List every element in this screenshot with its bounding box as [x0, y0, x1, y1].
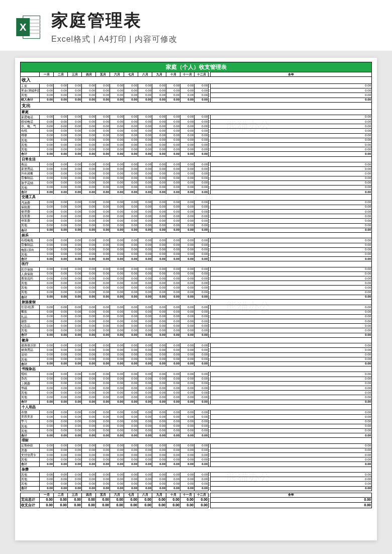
row-label: 其他	[21, 395, 40, 400]
row-label: 其他	[21, 286, 40, 290]
group-subtotal: 合计	[21, 152, 40, 156]
row-label: 水、电、气	[21, 124, 40, 129]
row-label: 支付信用卡	[21, 453, 40, 457]
header-text: 家庭管理表 Excel格式 | A4打印 | 内容可修改	[51, 9, 377, 45]
footer-month-12: 十二月	[194, 493, 209, 497]
footer-month-10: 十月	[166, 493, 180, 497]
row-label: 其他	[21, 477, 40, 482]
row-label: 餐饮	[21, 310, 40, 314]
preview-area: 熊猫办公 熊猫办公 熊猫办公 熊猫办公 熊猫办公 熊猫办公 家庭（个人）收支管理…	[0, 51, 392, 554]
row-label: 其他	[21, 473, 40, 477]
group-subtotal: 合计	[21, 400, 40, 404]
row-label: 人身保险	[21, 271, 40, 276]
row-label: 住宿/机票	[21, 305, 40, 310]
row-label: 其他	[21, 391, 40, 395]
row-label: 定期存款	[21, 443, 40, 448]
row-label: 其他	[21, 93, 40, 98]
group-杂费: 杂费	[21, 467, 372, 472]
col-month-4: 四月	[82, 72, 96, 77]
group-书报杂志: 书报杂志	[21, 366, 372, 372]
row-label: 医疗保险	[21, 267, 40, 271]
row-label: 工资	[21, 83, 40, 88]
col-month-8: 八月	[138, 72, 152, 77]
row-label: 移动电话	[21, 120, 40, 124]
row-label: 看病花药	[21, 276, 40, 281]
row-label: 孩子花销	[21, 180, 40, 185]
group-subtotal: 合计	[21, 228, 40, 232]
section-income: 收入	[21, 77, 372, 84]
col-month-5: 五月	[96, 72, 110, 77]
col-month-6: 六月	[110, 72, 124, 77]
footer-month-7: 七月	[124, 493, 138, 497]
group-交通工具: 交通工具	[21, 195, 372, 200]
group-日常生活: 日常生活	[21, 156, 372, 162]
row-label: 家庭电话	[21, 115, 40, 119]
row-label: 其他	[21, 252, 40, 256]
row-label: 修理费	[21, 210, 40, 214]
group-subtotal: 合计	[21, 462, 40, 467]
row-label: 礼品	[21, 314, 40, 319]
col-year: 全年	[211, 72, 372, 77]
row-label: 书籍	[21, 386, 40, 391]
row-label: 其他	[21, 138, 40, 142]
row-label: 电影/演出	[21, 247, 40, 252]
group-旅游度假: 旅游度假	[21, 300, 372, 305]
row-label: 其他	[21, 428, 40, 433]
group-subtotal: 合计	[21, 257, 40, 261]
row-label: 学习	[21, 419, 40, 424]
col-month-7: 七月	[124, 72, 138, 77]
footer-month-1: 一月	[40, 493, 54, 497]
group-subtotal: 合计	[21, 333, 40, 337]
row-label: 音像制品	[21, 243, 40, 247]
row-label: 其他	[21, 185, 40, 190]
row-label: 健身俱乐部	[21, 343, 40, 348]
row-label: 报纸	[21, 372, 40, 377]
page-header: X 家庭管理表 Excel格式 | A4打印 | 内容可修改	[0, 0, 392, 51]
row-label: 家居用品	[21, 167, 40, 171]
group-subtotal: 合计	[21, 486, 40, 491]
row-label: 其他	[21, 290, 40, 295]
col-month-9: 九月	[152, 72, 166, 77]
row-label: 其他	[21, 281, 40, 286]
balance-total: 收支合计	[21, 503, 40, 508]
row-label: 健身用品	[21, 348, 40, 352]
group-家庭: 家庭	[21, 109, 372, 115]
col-month-2: 二月	[54, 72, 68, 77]
row-label: 房费	[21, 448, 40, 452]
excel-icon: X	[15, 14, 42, 41]
row-label: 衣物	[21, 410, 40, 415]
col-month-11: 十一月	[180, 72, 194, 77]
page-title: 家庭管理表	[51, 9, 377, 32]
row-label: 上网费	[21, 381, 40, 386]
spreadsheet-preview: 熊猫办公 熊猫办公 熊猫办公 熊猫办公 熊猫办公 熊猫办公 家庭（个人）收支管理…	[15, 58, 377, 540]
row-label: 有线电视	[21, 238, 40, 243]
row-label: 纪念品	[21, 324, 40, 328]
row-label: 摄影	[21, 319, 40, 324]
footer-month-4: 四月	[82, 493, 96, 497]
row-label: 保险费	[21, 205, 40, 209]
group-subtotal: 合计	[21, 295, 40, 299]
row-label: 有线	[21, 129, 40, 133]
budget-table: 一月二月三月四月五月六月七月八月九月十月十一月十二月全年收入工资0.000.00…	[20, 72, 372, 508]
row-label: 美容美发	[21, 415, 40, 419]
footer-month-11: 十一月	[180, 493, 194, 497]
row-label: 其他	[21, 143, 40, 147]
row-label: 停车费	[21, 219, 40, 223]
svg-text:X: X	[20, 21, 27, 32]
row-label: 其他	[21, 357, 40, 361]
col-month-10: 十月	[166, 72, 180, 77]
income-subtotal: 收入合计	[21, 98, 40, 102]
row-label: 运动	[21, 352, 40, 357]
sheet-title: 家庭（个人）收支管理表	[20, 62, 372, 72]
row-label: 其他	[21, 457, 40, 462]
row-label: 奖金/津贴/利息/…	[21, 88, 40, 93]
col-month-1: 一月	[40, 72, 54, 77]
group-健身: 健身	[21, 337, 372, 343]
row-label: 外出就餐	[21, 171, 40, 176]
row-label: 汽油费	[21, 200, 40, 205]
row-label: 其他	[21, 147, 40, 152]
row-label: 洗车费	[21, 214, 40, 219]
footer-month-6: 六月	[110, 493, 124, 497]
group-个人用品: 个人用品	[21, 404, 372, 410]
footer-month-2: 二月	[54, 493, 68, 497]
